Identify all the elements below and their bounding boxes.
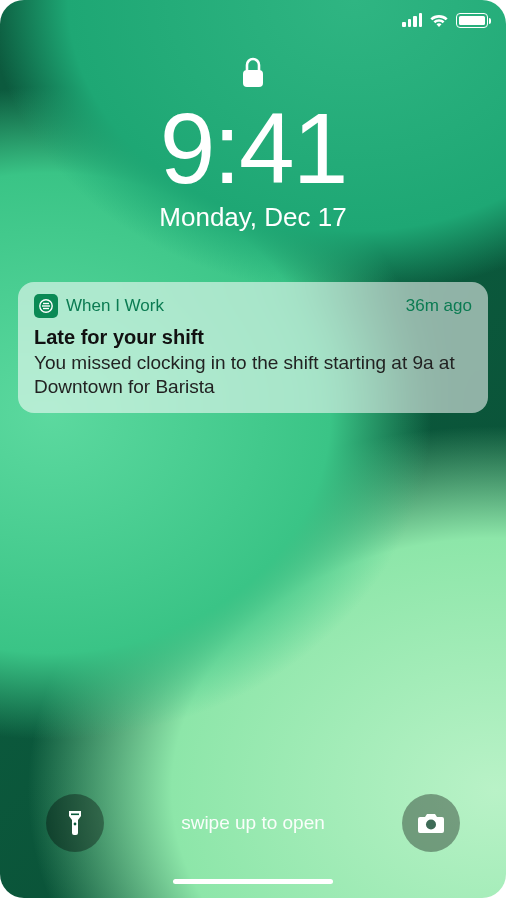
svg-point-7	[426, 820, 436, 830]
camera-button[interactable]	[402, 794, 460, 852]
home-indicator[interactable]	[173, 879, 333, 884]
notification-age: 36m ago	[406, 296, 472, 316]
notification-card[interactable]: When I Work 36m ago Late for your shift …	[18, 282, 488, 413]
when-i-work-app-icon	[34, 294, 58, 318]
swipe-up-hint: swipe up to open	[181, 812, 325, 834]
svg-rect-5	[71, 814, 79, 816]
lock-screen: 9:41 Monday, Dec 17 When I Work 36m ago …	[0, 0, 506, 898]
battery-icon	[456, 13, 488, 28]
notification-body: You missed clocking in to the shift star…	[34, 351, 472, 399]
notification-header: When I Work 36m ago	[34, 294, 472, 318]
svg-rect-0	[243, 70, 263, 87]
clock-area: 9:41 Monday, Dec 17	[0, 98, 506, 233]
cellular-signal-icon	[402, 13, 422, 27]
camera-icon	[416, 811, 446, 835]
flashlight-button[interactable]	[46, 794, 104, 852]
notification-app-name: When I Work	[66, 296, 398, 316]
clock-time: 9:41	[0, 98, 506, 198]
status-bar	[402, 12, 488, 28]
wifi-icon	[428, 12, 450, 28]
lock-icon	[241, 56, 265, 90]
flashlight-icon	[64, 808, 86, 838]
clock-date: Monday, Dec 17	[0, 202, 506, 233]
notification-title: Late for your shift	[34, 326, 472, 349]
quick-actions-row: swipe up to open	[0, 794, 506, 852]
svg-point-6	[74, 823, 77, 826]
